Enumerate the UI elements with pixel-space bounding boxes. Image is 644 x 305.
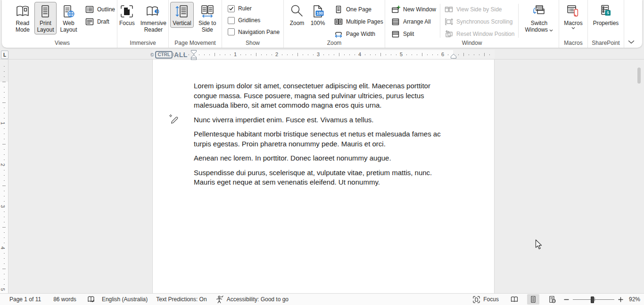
print-layout-icon: [38, 4, 53, 19]
multiple-pages-button[interactable]: Multiple Pages: [332, 16, 385, 28]
watermark-all: ALL: [174, 51, 188, 59]
mouse-cursor: [535, 239, 543, 250]
web-layout-icon: [61, 4, 76, 19]
window-group-separator-2: [518, 4, 519, 38]
proofing-icon[interactable]: [87, 295, 95, 304]
navigation-pane-checkbox[interactable]: Navigation Pane: [228, 26, 280, 38]
switch-windows-text: Switch Windows: [525, 20, 548, 33]
paragraph[interactable]: Suspendisse dui purus, scelerisque at, v…: [194, 168, 454, 187]
split-label: Split: [403, 31, 414, 37]
print-layout-label: Print Layout: [37, 20, 54, 33]
focus-toggle[interactable]: Focus: [472, 296, 499, 304]
properties-button[interactable]: S Properties: [591, 2, 621, 28]
reset-window-position-icon: [444, 29, 454, 39]
new-window-label: New Window: [403, 6, 436, 13]
paragraph[interactable]: Aenean nec lorem. In porttitor. Donec la…: [194, 153, 454, 163]
print-layout-view-button[interactable]: [527, 294, 539, 305]
one-page-label: One Page: [346, 6, 372, 13]
paragraph[interactable]: Nunc viverra imperdiet enim. Fusce est. …: [194, 115, 454, 125]
zoom-100-label: 100%: [311, 20, 325, 26]
ribbon-group-immersive: Focus Immersive Reader Immersive: [117, 0, 169, 48]
read-mode-button[interactable]: Read Mode: [12, 2, 33, 34]
reset-window-position-button[interactable]: Reset Window Position: [442, 28, 516, 40]
ruler-ticks: 123456: [152, 50, 495, 59]
page-width-button[interactable]: Page Width: [332, 28, 385, 40]
zoom-percentage[interactable]: 92%: [629, 296, 640, 303]
focus-label: Focus: [119, 20, 135, 26]
immersive-reader-label: Immersive Reader: [140, 20, 166, 33]
vertical-scrollbar-thumb[interactable]: [637, 68, 641, 84]
text-predictions[interactable]: Text Predictions: On: [156, 296, 206, 303]
focus-toggle-label: Focus: [483, 296, 499, 303]
print-layout-button[interactable]: Print Layout: [34, 2, 57, 34]
zoom-slider-thumb[interactable]: [591, 297, 594, 303]
page-movement-group-label: Page Movement: [169, 40, 222, 46]
focus-button[interactable]: Focus: [117, 2, 137, 28]
properties-label: Properties: [593, 20, 619, 26]
vertical-button[interactable]: Vertical: [170, 2, 193, 28]
word-count[interactable]: 86 words: [53, 296, 76, 303]
watermark-ctrl: CTRL: [155, 51, 173, 59]
multiple-pages-icon: [334, 17, 343, 26]
ribbon-group-window: New Window Arrange All Split: [385, 0, 559, 48]
collapse-ribbon-button[interactable]: [628, 40, 635, 44]
zoom-100-button[interactable]: 100 100%: [308, 2, 328, 28]
watermark-copyright: ©: [150, 52, 154, 58]
horizontal-ruler: 123456: [152, 50, 495, 59]
navigation-pane-checkbox-box: [228, 28, 235, 35]
gridlines-checkbox[interactable]: Gridlines: [228, 15, 260, 26]
arrange-all-label: Arrange All: [403, 18, 431, 25]
svg-text:100: 100: [316, 11, 323, 16]
arrange-all-button[interactable]: Arrange All: [389, 16, 438, 28]
page-count[interactable]: Page 1 of 11: [9, 296, 41, 303]
switch-windows-button[interactable]: Switch Windows: [521, 2, 557, 34]
draft-button[interactable]: Draft: [83, 16, 117, 28]
new-window-button[interactable]: New Window: [389, 3, 438, 16]
accessibility-icon[interactable]: [215, 295, 224, 304]
zoom-group-label: Zoom: [284, 40, 385, 46]
side-to-side-label: Side to Side: [197, 20, 218, 33]
macros-icon: [566, 4, 581, 19]
ruler-checkbox[interactable]: Ruler: [228, 3, 252, 15]
immersive-reader-icon: [146, 4, 161, 19]
language[interactable]: English (Australia): [102, 296, 148, 303]
macros-button[interactable]: Macros: [561, 2, 585, 31]
macros-label: Macros: [564, 20, 582, 26]
macros-group-label: Macros: [559, 40, 587, 46]
navigation-pane-checkbox-label: Navigation Pane: [238, 29, 280, 35]
outline-button[interactable]: Outline: [83, 3, 117, 16]
zoom-slider-notch: [594, 297, 595, 301]
document-text[interactable]: Lorem ipsum dolor sit amet, consectetuer…: [194, 81, 454, 192]
one-page-icon: [334, 5, 343, 14]
editor-pen-icon[interactable]: [168, 114, 178, 124]
web-layout-view-button[interactable]: [546, 294, 558, 305]
read-mode-view-button[interactable]: [508, 294, 520, 305]
indent-marker-left[interactable]: [190, 50, 198, 60]
paragraph[interactable]: Pellentesque habitant morbi tristique se…: [194, 129, 454, 149]
ribbon-group-views: Read Mode Print Layout Web Layout: [8, 0, 117, 48]
zoom-button[interactable]: Zoom: [287, 2, 307, 28]
ruler-checkbox-box: [228, 5, 235, 12]
tab-selector[interactable]: L: [1, 51, 8, 59]
paragraph[interactable]: Lorem ipsum dolor sit amet, consectetuer…: [194, 81, 454, 110]
one-page-button[interactable]: One Page: [332, 3, 385, 16]
immersive-reader-button[interactable]: Immersive Reader: [138, 2, 169, 34]
draft-icon: [85, 17, 94, 26]
web-layout-button[interactable]: Web Layout: [58, 2, 80, 34]
side-to-side-icon: [200, 4, 215, 19]
ribbon-group-show: Ruler Gridlines Navigation Pane Show: [222, 0, 284, 48]
zoom-slider[interactable]: [573, 296, 614, 303]
svg-text:S: S: [606, 10, 609, 15]
zoom-out-button[interactable]: [564, 297, 569, 302]
split-button[interactable]: Split: [389, 28, 438, 40]
sharepoint-group-label: SharePoint: [588, 40, 624, 46]
synchronous-scrolling-button[interactable]: Synchronous Scrolling: [442, 16, 516, 28]
side-to-side-button[interactable]: Side to Side: [195, 2, 220, 34]
view-side-by-side-button[interactable]: View Side by Side: [442, 3, 516, 16]
page-width-label: Page Width: [346, 31, 375, 37]
indent-marker-right[interactable]: [450, 53, 457, 59]
chevron-down-icon: [571, 27, 575, 29]
accessibility-status[interactable]: Accessibility: Good to go: [227, 296, 289, 303]
ribbon-group-zoom: Zoom 100 100% One Page: [284, 0, 385, 48]
zoom-in-button[interactable]: [618, 297, 623, 302]
